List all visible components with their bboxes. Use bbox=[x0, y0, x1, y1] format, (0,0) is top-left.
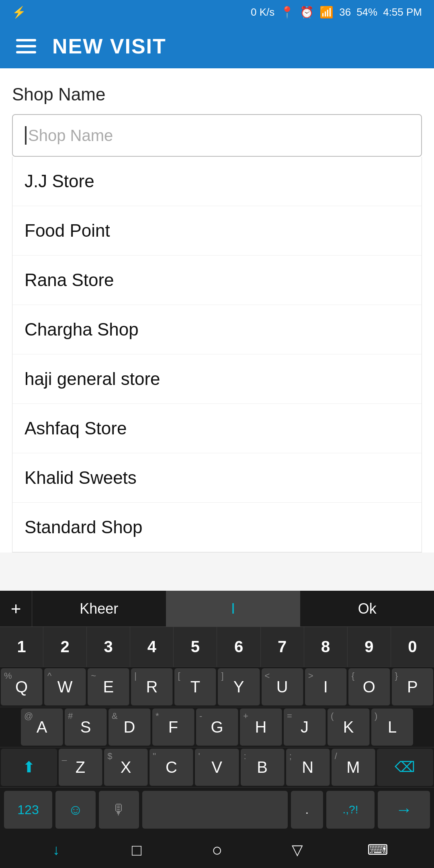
alarm-icon: ⏰ bbox=[300, 6, 314, 19]
location-icon: 📍 bbox=[280, 6, 294, 19]
autocomplete-plus[interactable]: + bbox=[0, 591, 32, 626]
dropdown-item[interactable]: J.J Store bbox=[12, 157, 422, 206]
text-cursor bbox=[25, 126, 27, 145]
key-1[interactable]: 1 bbox=[0, 627, 43, 667]
nav-recents-button[interactable]: □ bbox=[123, 836, 151, 864]
mic-key[interactable]: 🎙 bbox=[99, 791, 139, 829]
main-content: Shop Name J.J Store Food Point Rana Stor… bbox=[0, 68, 434, 553]
key-s[interactable]: #S bbox=[65, 708, 107, 746]
key-n[interactable]: ;N bbox=[286, 749, 330, 786]
nav-triangle-button[interactable]: ▽ bbox=[283, 836, 311, 864]
key-j[interactable]: =J bbox=[284, 708, 326, 746]
dropdown-item[interactable]: Standard Shop bbox=[12, 503, 422, 552]
autocomplete-word1[interactable]: Kheer bbox=[32, 591, 166, 626]
shop-name-input-container[interactable] bbox=[12, 114, 422, 157]
keyboard-row-1: %Q ^W ~E |R [T ]Y <U >I {O }P bbox=[0, 667, 434, 707]
key-0[interactable]: 0 bbox=[391, 627, 434, 667]
key-y[interactable]: ]Y bbox=[218, 668, 260, 706]
key-e[interactable]: ~E bbox=[88, 668, 129, 706]
autocomplete-cursor[interactable]: I bbox=[166, 591, 301, 626]
menu-button[interactable] bbox=[16, 39, 36, 53]
network-speed: 0 K/s bbox=[251, 6, 274, 18]
key-a[interactable]: @A bbox=[21, 708, 63, 746]
key-l[interactable]: )L bbox=[371, 708, 413, 746]
key-c[interactable]: "C bbox=[149, 749, 193, 786]
emoji-key[interactable]: ☺ bbox=[55, 791, 96, 829]
key-3[interactable]: 3 bbox=[87, 627, 130, 667]
key-r[interactable]: |R bbox=[131, 668, 173, 706]
nav-back-button[interactable]: ↓ bbox=[42, 836, 70, 864]
key-h[interactable]: +H bbox=[240, 708, 282, 746]
key-2[interactable]: 2 bbox=[43, 627, 87, 667]
key-q[interactable]: %Q bbox=[1, 668, 43, 706]
key-t[interactable]: [T bbox=[174, 668, 216, 706]
key-x[interactable]: $X bbox=[104, 749, 148, 786]
punctuation-key[interactable]: .,?! bbox=[326, 791, 375, 829]
signal-icon: 36 bbox=[339, 6, 351, 18]
key-i[interactable]: >I bbox=[305, 668, 347, 706]
shop-name-input[interactable] bbox=[28, 127, 409, 145]
keyboard-row-3: ⬆ _Z $X "C 'V :B ;N /M ⌫ bbox=[0, 747, 434, 788]
app-bar: NEW VISIT bbox=[0, 24, 434, 68]
key-8[interactable]: 8 bbox=[304, 627, 348, 667]
period-key[interactable]: . bbox=[291, 791, 323, 829]
key-z[interactable]: _Z bbox=[59, 749, 102, 786]
key-d[interactable]: &D bbox=[108, 708, 151, 746]
dropdown-item[interactable]: Chargha Shop bbox=[12, 305, 422, 354]
key-f[interactable]: *F bbox=[152, 708, 194, 746]
dropdown-item[interactable]: Ashfaq Store bbox=[12, 404, 422, 453]
nav-home-button[interactable]: ○ bbox=[203, 836, 231, 864]
battery-level: 54% bbox=[356, 6, 377, 18]
autocomplete-ok[interactable]: Ok bbox=[300, 591, 434, 626]
key-u[interactable]: <U bbox=[262, 668, 303, 706]
dropdown-item[interactable]: haji general store bbox=[12, 354, 422, 404]
keyboard-row-2: @A #S &D *F -G +H =J (K )L bbox=[0, 707, 434, 747]
backspace-key[interactable]: ⌫ bbox=[377, 749, 433, 786]
status-bar: ⚡ 0 K/s 📍 ⏰ 📶 36 54% 4:55 PM bbox=[0, 0, 434, 24]
shop-dropdown: J.J Store Food Point Rana Store Chargha … bbox=[12, 157, 422, 553]
dropdown-item[interactable]: Rana Store bbox=[12, 256, 422, 305]
key-6[interactable]: 6 bbox=[217, 627, 260, 667]
wifi-icon: 📶 bbox=[319, 6, 334, 19]
space-key[interactable] bbox=[142, 791, 288, 829]
time-display: 4:55 PM bbox=[383, 6, 422, 18]
key-g[interactable]: -G bbox=[196, 708, 238, 746]
key-w[interactable]: ^W bbox=[44, 668, 86, 706]
key-123[interactable]: 123 bbox=[4, 791, 52, 829]
dropdown-item[interactable]: Food Point bbox=[12, 206, 422, 256]
key-p[interactable]: }P bbox=[392, 668, 433, 706]
dropdown-item[interactable]: Khalid Sweets bbox=[12, 453, 422, 503]
key-k[interactable]: (K bbox=[328, 708, 370, 746]
nav-keyboard-button[interactable]: ⌨ bbox=[364, 836, 392, 864]
page-title: NEW VISIT bbox=[52, 34, 166, 58]
enter-key[interactable]: → bbox=[378, 791, 430, 829]
key-9[interactable]: 9 bbox=[348, 627, 391, 667]
keyboard-bottom-row: 123 ☺ 🎙 . .,?! → bbox=[0, 788, 434, 832]
key-7[interactable]: 7 bbox=[261, 627, 304, 667]
key-v[interactable]: 'V bbox=[195, 749, 239, 786]
key-b[interactable]: :B bbox=[241, 749, 285, 786]
number-row: 1 2 3 4 5 6 7 8 9 0 bbox=[0, 627, 434, 667]
key-5[interactable]: 5 bbox=[174, 627, 217, 667]
shift-key[interactable]: ⬆ bbox=[1, 749, 57, 786]
autocomplete-row: + Kheer I Ok bbox=[0, 591, 434, 627]
key-o[interactable]: {O bbox=[348, 668, 390, 706]
key-m[interactable]: /M bbox=[332, 749, 375, 786]
navigation-bar: ↓ □ ○ ▽ ⌨ bbox=[0, 832, 434, 868]
key-4[interactable]: 4 bbox=[130, 627, 174, 667]
shop-name-label: Shop Name bbox=[12, 84, 422, 104]
usb-icon: ⚡ bbox=[12, 6, 26, 19]
keyboard: + Kheer I Ok 1 2 3 4 5 6 7 8 9 0 %Q ^W ~… bbox=[0, 591, 434, 832]
